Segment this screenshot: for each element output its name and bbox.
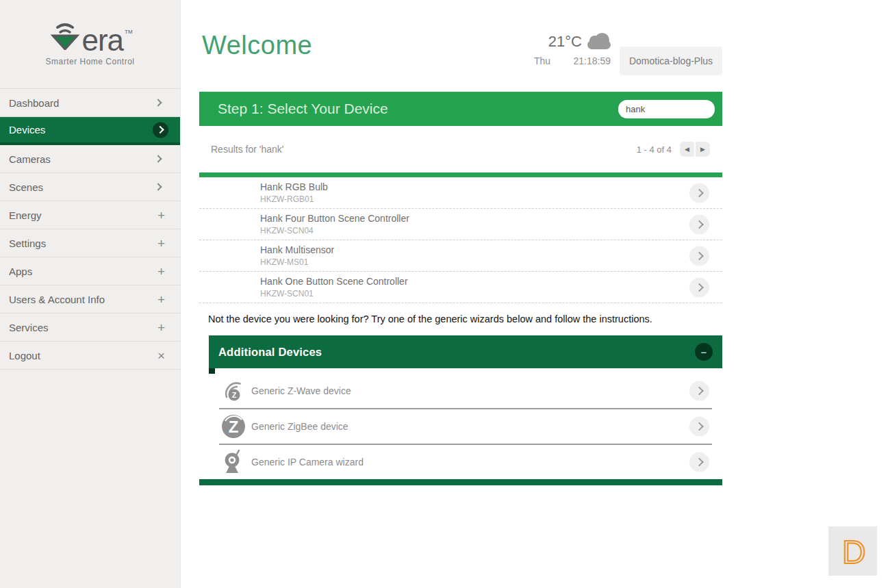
sidebar-item-settings[interactable]: Settings + (0, 229, 180, 257)
device-model: HKZW-RGB01 (260, 194, 722, 204)
zigbee-icon: Z (220, 414, 246, 439)
plus-icon: + (157, 293, 165, 306)
page-header: Welcome 21°C Thu 21:18:59 Domotica-blog-… (199, 0, 722, 75)
generic-wizard-hint: Not the device you were looking for? Try… (208, 314, 722, 324)
device-name: Hank Multisensor (260, 244, 722, 255)
svg-text:Z: Z (229, 418, 239, 436)
main-content: Welcome 21°C Thu 21:18:59 Domotica-blog-… (181, 0, 890, 588)
sidebar-item-logout[interactable]: Logout × (0, 342, 180, 370)
device-model: HKZW-SCN01 (260, 289, 722, 298)
temperature: 21°C (548, 33, 582, 51)
chevron-right-icon (154, 155, 162, 162)
sidebar-item-dashboard[interactable]: Dashboard (0, 89, 180, 117)
generic-device-row[interactable]: Z Generic Z-Wave device (209, 374, 722, 408)
logo-tagline: Smarter Home Control (0, 57, 180, 66)
controller-selector[interactable]: Domotica-blog-Plus (620, 47, 722, 75)
vera-logo: era TM Smarter Home Control (0, 0, 180, 88)
device-search-input[interactable] (618, 100, 715, 118)
step-header: Step 1: Select Your Device (199, 92, 722, 126)
sidebar-menu: Dashboard Devices Cameras Scenes Energy … (0, 88, 180, 370)
chevron-right-icon: ▶ (700, 146, 705, 153)
sidebar-item-label: Settings (9, 238, 46, 249)
sidebar-item-label: Logout (9, 350, 40, 361)
header-notch (209, 368, 215, 374)
select-device-button[interactable] (689, 452, 709, 472)
device-name: Hank Four Button Scene Controller (260, 213, 722, 224)
logo-text: era (81, 27, 123, 53)
generic-device-label: Generic IP Camera wizard (251, 457, 364, 468)
sidebar-item-apps[interactable]: Apps + (0, 257, 180, 285)
select-device-button[interactable] (689, 277, 709, 297)
device-result-row[interactable]: Hank One Button Scene Controller HKZW-SC… (199, 272, 722, 303)
close-icon: × (157, 349, 165, 362)
sidebar-item-label: Cameras (9, 153, 51, 165)
sidebar-item-label: Apps (9, 266, 32, 277)
device-wizard: Step 1: Select Your Device Results for '… (199, 92, 722, 485)
svg-text:Z: Z (232, 391, 237, 399)
step-title: Step 1: Select Your Device (218, 101, 388, 117)
additional-devices-title: Additional Devices (218, 346, 322, 359)
sidebar-item-label: Users & Account Info (9, 294, 105, 305)
weather-time: 21:18:59 (574, 55, 611, 66)
sidebar-item-services[interactable]: Services + (0, 314, 180, 342)
device-result-row[interactable]: Hank Four Button Scene Controller HKZW-S… (199, 209, 722, 240)
sidebar-item-label: Scenes (9, 181, 43, 193)
sidebar-item-energy[interactable]: Energy + (0, 201, 180, 229)
generic-device-label: Generic Z-Wave device (251, 385, 351, 396)
device-name: Hank RGB Bulb (260, 181, 722, 192)
vera-v-icon (49, 18, 81, 53)
plus-icon: + (157, 209, 165, 222)
pagination-prev-button[interactable]: ◀ (680, 142, 694, 157)
sidebar-item-users-account-info[interactable]: Users & Account Info + (0, 285, 180, 314)
device-result-row[interactable]: Hank Multisensor HKZW-MS01 (199, 240, 722, 272)
sidebar: era TM Smarter Home Control Dashboard De… (0, 0, 181, 588)
device-result-row[interactable]: Hank RGB Bulb HKZW-RGB01 (199, 177, 722, 209)
device-model: HKZW-SCN04 (260, 226, 722, 235)
device-name: Hank One Button Scene Controller (260, 276, 722, 287)
sidebar-item-devices[interactable]: Devices (0, 117, 180, 145)
results-header: Results for 'hank' 1 - 4 of 4 ◀ ▶ (199, 126, 722, 172)
sidebar-item-label: Dashboard (9, 97, 59, 109)
chevron-right-icon (154, 183, 162, 190)
generic-device-label: Generic ZigBee device (251, 421, 348, 432)
ip-camera-icon (220, 449, 246, 475)
minus-icon: − (701, 347, 707, 357)
collapse-section-button[interactable]: − (695, 343, 713, 361)
select-device-button[interactable] (689, 214, 709, 234)
weather-widget: 21°C Thu 21:18:59 (534, 33, 611, 66)
chevron-right-circle-icon (153, 122, 168, 138)
additional-devices-section: Additional Devices − Z Generic Z-Wave de… (209, 335, 722, 479)
plus-icon: + (157, 237, 165, 250)
pagination-next-button[interactable]: ▶ (696, 142, 710, 157)
select-device-button[interactable] (689, 417, 709, 437)
generic-device-row[interactable]: Z Generic ZigBee device (209, 409, 722, 444)
page-title: Welcome (202, 31, 312, 60)
select-device-button[interactable] (689, 246, 709, 266)
sidebar-item-scenes[interactable]: Scenes (0, 173, 180, 201)
d-extension-badge[interactable]: D (828, 526, 877, 576)
sidebar-item-label: Energy (9, 209, 42, 221)
zwave-icon: Z (220, 379, 246, 402)
chevron-left-icon: ◀ (685, 146, 689, 153)
weather-day: Thu (534, 55, 550, 66)
sidebar-item-label: Services (9, 322, 49, 333)
sidebar-item-cameras[interactable]: Cameras (0, 145, 180, 173)
device-model: HKZW-MS01 (260, 257, 722, 267)
select-device-button[interactable] (689, 381, 709, 401)
logo-tm: TM (125, 29, 133, 35)
section-bottom-bar (199, 479, 722, 485)
sidebar-item-label: Devices (9, 124, 45, 136)
plus-icon: + (157, 265, 165, 278)
green-divider (199, 172, 722, 177)
chevron-right-icon (154, 99, 162, 106)
select-device-button[interactable] (689, 183, 709, 203)
results-label: Results for 'hank' (211, 144, 284, 155)
additional-devices-header: Additional Devices − (209, 335, 722, 368)
generic-device-row[interactable]: Generic IP Camera wizard (209, 445, 722, 479)
cloud-icon (587, 40, 611, 49)
d-letter: D (842, 534, 866, 570)
plus-icon: + (157, 321, 165, 334)
results-range: 1 - 4 of 4 (637, 144, 672, 155)
